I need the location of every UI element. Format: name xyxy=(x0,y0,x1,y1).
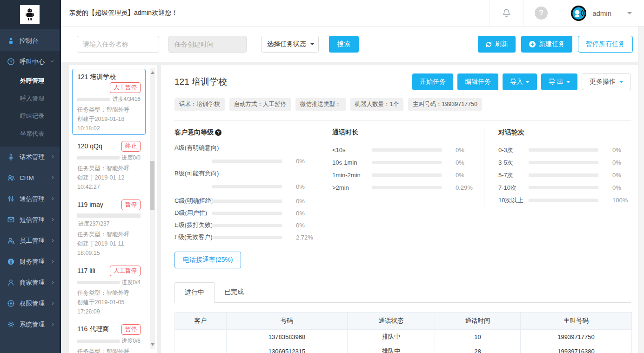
call-center-icon xyxy=(7,58,15,66)
chart-title: 对话轮次 ? xyxy=(498,128,638,137)
refresh-button[interactable]: 刷新 xyxy=(478,36,516,53)
chart-title: 通话时长 ? xyxy=(332,128,484,137)
sidebar-subitem[interactable]: 坐席代表 xyxy=(0,125,60,143)
table-header-cell: 号码 xyxy=(227,313,348,330)
chevron-icon: › xyxy=(52,236,54,243)
chart-row: 5-7次 0% xyxy=(498,169,638,181)
chart-row-value: 0% xyxy=(612,184,621,191)
sidebar-subitem[interactable]: 外呼管理 xyxy=(0,72,60,90)
sidebar-item[interactable]: 系统管理 › xyxy=(0,314,60,335)
sidebar-subitem[interactable]: 呼叫记录 xyxy=(0,107,60,125)
task-card[interactable]: 120 qQq 终止 进度0/0 任务类型：智能外呼 创建于2019-01-12… xyxy=(72,136,146,193)
chart-title: 客户意向等级 ? xyxy=(174,128,308,137)
sidebar-menu-group: 权限管理 › xyxy=(0,293,60,314)
chart-row: >2min 0.29% xyxy=(332,181,484,194)
script-icon xyxy=(7,153,15,161)
tab[interactable]: 已完成 xyxy=(215,282,254,302)
sidebar-menu-group: 通信管理 › xyxy=(0,188,60,209)
chart-row-value: 0% xyxy=(296,183,305,190)
sidebar-item[interactable]: 短信管理 › xyxy=(0,209,60,230)
scroll-down-icon[interactable] xyxy=(151,343,154,348)
chart-bar-track xyxy=(372,161,442,164)
task-card[interactable]: 117 lili 人工暂停 进度0/4 任务类型：智能外呼 创建于2019-01… xyxy=(72,260,146,318)
chart-row-label: 10次以上 xyxy=(498,196,529,205)
chart-row-value: 2.72% xyxy=(296,234,313,241)
scroll-up-icon[interactable] xyxy=(151,69,154,74)
sidebar-item[interactable]: 话术管理 › xyxy=(0,147,60,167)
select-value: 选择任务状态 xyxy=(267,40,306,48)
chart-row: 7-10次 0% xyxy=(498,181,638,194)
sidebar-item[interactable]: 商家管理 › xyxy=(0,272,60,293)
task-list-scrollbar[interactable] xyxy=(150,68,155,349)
refresh-icon xyxy=(485,41,492,48)
help-button[interactable]: ? xyxy=(523,0,559,26)
chart-row: D级(用户忙) 0% xyxy=(174,207,308,219)
notification-button[interactable] xyxy=(490,0,523,26)
sidebar-item[interactable]: 通信管理 › xyxy=(0,188,60,209)
sidebar-subitem[interactable]: 呼入管理 xyxy=(0,90,60,107)
search-button[interactable]: 搜索 xyxy=(329,36,359,53)
sidebar-item-label: 通信管理 xyxy=(20,195,45,203)
task-title: 116 代理商 xyxy=(77,325,109,333)
chart-bar-track xyxy=(212,224,282,227)
task-status-select[interactable]: 选择任务状态 xyxy=(261,36,319,53)
cell-caller: 19939717750 xyxy=(521,330,632,344)
sidebar-item[interactable]: 员工管理 › xyxy=(0,230,60,251)
chart-row: 10s-1min 0% xyxy=(332,156,484,169)
chart-row: B级(可能有意向) 0% xyxy=(174,169,308,190)
sidebar-menu-group: CRM › xyxy=(0,167,60,188)
sidebar-item[interactable]: CRM › xyxy=(0,167,60,188)
task-created: 创建于2019-01-05 17:26:09 xyxy=(77,298,141,316)
chart-row-label: E级(拨打失败) xyxy=(174,221,212,229)
chart-row-label: <10s xyxy=(332,147,372,153)
finance-icon xyxy=(7,258,15,266)
sidebar-item[interactable]: 财务管理 › xyxy=(0,251,60,272)
task-card[interactable]: 119 imay 暂停 进度237/237 任务类型：智能外呼 创建于2019-… xyxy=(72,194,146,260)
scrollbar-thumb[interactable] xyxy=(150,161,154,210)
edit-task-button[interactable]: 编辑任务 xyxy=(457,73,498,90)
start-task-button[interactable]: 开始任务 xyxy=(412,73,453,90)
sidebar-item-label: 员工管理 xyxy=(20,237,45,245)
chart-row-value: 0% xyxy=(296,222,305,229)
table-header-cell: 通话状态 xyxy=(348,313,435,330)
task-card[interactable]: 116 代理商 暂停 进度0/6 任务类型：智能外呼 创建于2019-01-05… xyxy=(72,319,146,353)
chart-row-label: D级(用户忙) xyxy=(174,209,212,217)
task-type: 任务类型：智能外呼 xyxy=(77,347,141,353)
chart-bar-track xyxy=(212,200,282,203)
question-help-icon[interactable]: ? xyxy=(215,129,221,136)
new-task-button[interactable]: 新建任务 xyxy=(521,36,572,53)
pause-all-button[interactable]: 暂停所有任务 xyxy=(578,36,633,53)
permission-icon xyxy=(7,300,15,307)
robot-logo[interactable] xyxy=(20,5,40,24)
page-scrollbar[interactable] xyxy=(638,27,644,353)
chart-row-label: 3-5次 xyxy=(498,159,529,167)
tab[interactable]: 进行中 xyxy=(174,282,215,303)
task-detail-panel: 121 培训学校 开始任务 编辑任务 导入 导 出 更多操作 话术：培训学校 启… xyxy=(161,65,638,353)
chart-row: F级(无效客户) 2.72% xyxy=(174,231,308,243)
chart-row: 10次以上 100% xyxy=(498,194,638,206)
page-title: 121 培训学校 xyxy=(174,76,227,88)
more-actions-button[interactable]: 更多操作 xyxy=(582,73,631,90)
chart-row-label: 1min-2min xyxy=(332,172,372,179)
connect-rate-button[interactable]: 电话接通率(25%) xyxy=(174,252,241,268)
import-button[interactable]: 导入 xyxy=(503,73,537,90)
task-list-panel: 121 培训学校 人工暂停 进度4/3416 任务类型：智能外呼 创建于2019… xyxy=(69,65,157,353)
filter-bar: 选择任务状态 搜索 刷新 新建任务 暂停所有任务 xyxy=(61,27,638,62)
sidebar-menu-group: 财务管理 › xyxy=(0,251,60,272)
task-name-input[interactable] xyxy=(77,36,159,53)
create-time-input[interactable] xyxy=(168,36,247,53)
table-header-cell: 通话时间 xyxy=(435,313,521,330)
info-tag: 话术：培训学校 xyxy=(174,98,225,111)
task-card[interactable]: 121 培训学校 人工暂停 进度4/3416 任务类型：智能外呼 创建于2019… xyxy=(72,69,146,135)
sidebar-item[interactable]: 呼叫中心 › xyxy=(0,51,60,72)
sidebar-item[interactable]: 控制台 › xyxy=(0,30,60,51)
cell-number: 13069512315 xyxy=(227,344,348,353)
chevron-down-icon xyxy=(627,12,632,17)
task-type: 任务类型：智能外呼 xyxy=(77,288,141,298)
chart-row-value: 0% xyxy=(456,172,464,179)
chart-bar-track xyxy=(529,186,598,189)
export-button[interactable]: 导 出 xyxy=(541,73,577,90)
user-menu[interactable]: admin xyxy=(559,0,644,26)
task-title: 120 qQq xyxy=(77,142,102,150)
sidebar-item[interactable]: 权限管理 › xyxy=(0,293,60,314)
